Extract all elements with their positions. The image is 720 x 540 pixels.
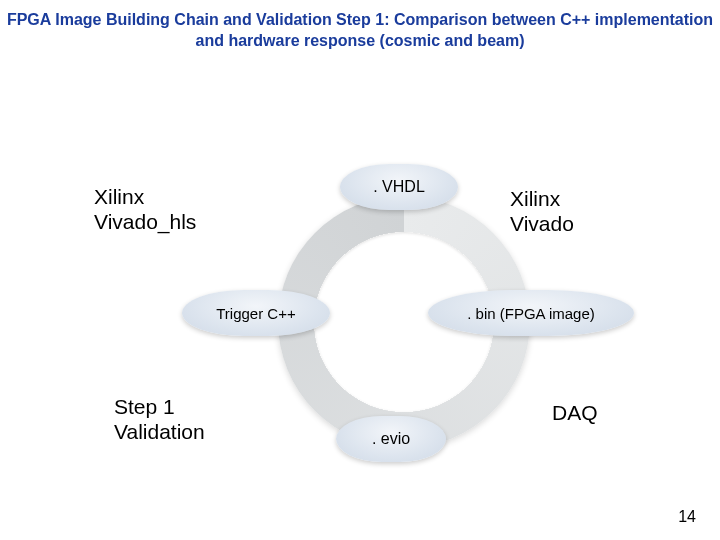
cycle-node-bin: . bin (FPGA image) <box>428 290 634 336</box>
slide-title: FPGA Image Building Chain and Validation… <box>0 10 720 52</box>
cycle-node-evio: . evio <box>336 416 446 462</box>
cycle-node-trigger: Trigger C++ <box>182 290 330 336</box>
label-step1-validation: Step 1Validation <box>114 394 205 444</box>
cycle-node-vhdl: . VHDL <box>340 164 458 210</box>
label-xilinx-vivado-hls: XilinxVivado_hls <box>94 184 196 234</box>
page-number: 14 <box>678 508 696 526</box>
label-xilinx-vivado: XilinxVivado <box>510 186 574 236</box>
label-daq: DAQ <box>552 400 598 425</box>
